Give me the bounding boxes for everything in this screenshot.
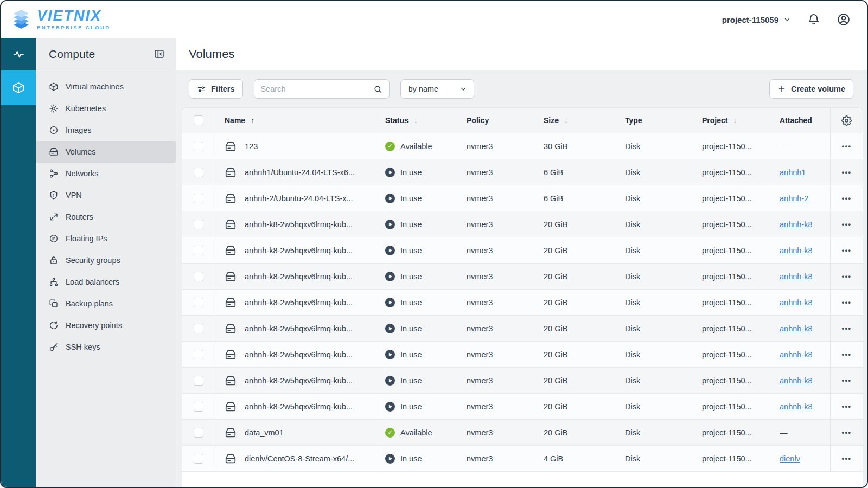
column-header-policy[interactable]: Policy bbox=[467, 108, 544, 133]
column-header-size[interactable]: Size↓ bbox=[544, 108, 625, 133]
row-actions-button[interactable]: ••• bbox=[830, 342, 863, 367]
row-actions-button[interactable]: ••• bbox=[830, 159, 863, 185]
column-header-status[interactable]: Status↓ bbox=[385, 108, 467, 133]
attached-link[interactable]: anhnh-k8 bbox=[780, 376, 812, 385]
sidebar-item-virtual-machines[interactable]: Virtual machines bbox=[36, 76, 176, 98]
sidebar-item-security-groups[interactable]: Security groups bbox=[36, 249, 176, 271]
filters-button[interactable]: Filters bbox=[189, 79, 243, 99]
attached-link[interactable]: anhnh-k8 bbox=[780, 246, 812, 255]
row-actions-button[interactable]: ••• bbox=[830, 264, 863, 289]
app-window: VIETNIX ENTERPRISE CLOUD project-115059 bbox=[0, 0, 868, 488]
sidebar-item-recovery-points[interactable]: Recovery points bbox=[36, 314, 176, 336]
svg-text:IP: IP bbox=[52, 237, 55, 240]
create-volume-button[interactable]: Create volume bbox=[769, 79, 853, 99]
volume-name[interactable]: anhnh-k8-2w5hqxv6lrmq-kub... bbox=[245, 324, 353, 333]
volume-name[interactable]: anhnh-k8-2w5hqxv6lrmq-kub... bbox=[245, 350, 353, 359]
row-actions-button[interactable]: ••• bbox=[830, 185, 863, 211]
attached-link[interactable]: anhnh-k8 bbox=[780, 220, 812, 229]
row-checkbox[interactable] bbox=[194, 168, 203, 177]
lock-icon bbox=[49, 255, 59, 265]
volume-name[interactable]: dienlv/CentOS-8-Stream-x64/... bbox=[245, 454, 354, 463]
row-checkbox[interactable] bbox=[194, 402, 203, 412]
sidebar-item-volumes[interactable]: Volumes bbox=[36, 141, 176, 163]
row-actions-button[interactable]: ••• bbox=[830, 211, 863, 237]
attached-link[interactable]: anhnh-k8 bbox=[780, 350, 812, 359]
collapse-sidebar-icon[interactable] bbox=[154, 48, 165, 60]
column-header-project[interactable]: Project↓ bbox=[702, 108, 780, 133]
row-checkbox[interactable] bbox=[194, 142, 203, 151]
row-checkbox[interactable] bbox=[194, 298, 203, 307]
volume-name[interactable]: anhnh-k8-2w5hqxv6lrmq-kub... bbox=[245, 246, 353, 255]
volume-name[interactable]: anhnh-2/Ubuntu-24.04-LTS-x... bbox=[245, 194, 353, 203]
user-account-icon[interactable] bbox=[837, 12, 851, 27]
column-header-attached[interactable]: Attached bbox=[780, 108, 830, 133]
volume-name[interactable]: data_vm01 bbox=[245, 428, 284, 437]
project-value: project-1150... bbox=[702, 394, 780, 419]
volume-name[interactable]: anhnh-k8-2w5hqxv6lrmq-kub... bbox=[245, 402, 353, 411]
row-checkbox[interactable] bbox=[194, 324, 203, 333]
sidebar-item-label: Routers bbox=[66, 213, 93, 221]
rail-item-monitoring[interactable] bbox=[1, 38, 36, 70]
table-settings-button[interactable] bbox=[830, 108, 863, 133]
sidebar-item-label: Images bbox=[66, 126, 92, 134]
activity-pulse-icon bbox=[12, 48, 24, 60]
row-checkbox[interactable] bbox=[194, 272, 203, 281]
select-all-checkbox[interactable] bbox=[194, 115, 203, 125]
volume-name[interactable]: anhnh-k8-2w5hqxv6lrmq-kub... bbox=[245, 376, 353, 385]
search-box bbox=[254, 79, 390, 99]
sidebar-item-images[interactable]: Images bbox=[36, 119, 176, 141]
volume-name[interactable]: 123 bbox=[245, 142, 258, 151]
row-actions-button[interactable]: ••• bbox=[830, 237, 863, 263]
layers-logo-icon bbox=[9, 8, 34, 31]
column-header-type[interactable]: Type bbox=[625, 108, 702, 133]
row-actions-button[interactable]: ••• bbox=[830, 290, 863, 315]
attached-link[interactable]: anhnh-k8 bbox=[780, 298, 812, 307]
row-checkbox[interactable] bbox=[194, 428, 203, 438]
row-checkbox[interactable] bbox=[194, 454, 203, 464]
row-actions-button[interactable]: ••• bbox=[830, 368, 863, 393]
notifications-bell-icon[interactable] bbox=[807, 13, 820, 26]
column-label: Size bbox=[544, 116, 559, 125]
row-checkbox[interactable] bbox=[194, 350, 203, 359]
sidebar-item-networks[interactable]: Networks bbox=[36, 163, 176, 184]
row-checkbox[interactable] bbox=[194, 220, 203, 229]
sidebar: Compute Virtual machinesKubernetesImages… bbox=[36, 38, 176, 487]
rail-item-compute[interactable] bbox=[1, 70, 36, 105]
column-header-name[interactable]: Name↑ bbox=[215, 108, 385, 133]
row-actions-button[interactable]: ••• bbox=[830, 316, 863, 341]
attached-link[interactable]: anhnh-k8 bbox=[780, 324, 812, 333]
status-label: In use bbox=[400, 168, 422, 177]
sidebar-item-ssh-keys[interactable]: SSH keys bbox=[36, 336, 176, 358]
brand-tagline: ENTERPRISE CLOUD bbox=[37, 25, 111, 30]
attached-link[interactable]: anhnh-2 bbox=[780, 194, 808, 203]
volume-name[interactable]: anhnh-k8-2w5hqxv6lrmq-kub... bbox=[245, 220, 353, 229]
volume-name[interactable]: anhnh-k8-2w5hqxv6lrmq-kub... bbox=[245, 298, 353, 307]
sidebar-item-routers[interactable]: Routers bbox=[36, 206, 176, 228]
row-actions-button[interactable]: ••• bbox=[830, 394, 863, 419]
sidebar-item-kubernetes[interactable]: Kubernetes bbox=[36, 98, 176, 119]
status-label: In use bbox=[400, 402, 422, 411]
search-input[interactable] bbox=[261, 85, 369, 93]
attached-link[interactable]: anhnh-k8 bbox=[780, 272, 812, 281]
row-checkbox[interactable] bbox=[194, 194, 203, 203]
attached-link[interactable]: anhnh1 bbox=[780, 168, 806, 177]
project-value: project-1150... bbox=[702, 368, 780, 393]
project-selector[interactable]: project-115059 bbox=[722, 15, 791, 24]
row-checkbox[interactable] bbox=[194, 376, 203, 386]
row-checkbox[interactable] bbox=[194, 246, 203, 255]
volume-drive-icon bbox=[225, 349, 237, 361]
row-actions-button[interactable]: ••• bbox=[830, 133, 863, 159]
sidebar-item-load-balancers[interactable]: Load balancers bbox=[36, 271, 176, 293]
attached-link[interactable]: anhnh-k8 bbox=[780, 402, 812, 411]
sidebar-item-vpn[interactable]: VPN bbox=[36, 184, 176, 206]
row-actions-button[interactable]: ••• bbox=[830, 446, 863, 471]
attached-cell: — bbox=[780, 133, 830, 159]
volume-name[interactable]: anhnh-k8-2w5hqxv6lrmq-kub... bbox=[245, 272, 353, 281]
sidebar-item-floating-ips[interactable]: IPFloating IPs bbox=[36, 228, 176, 249]
search-field-select[interactable]: by name bbox=[400, 79, 474, 99]
row-actions-button[interactable]: ••• bbox=[830, 420, 863, 445]
status-label: In use bbox=[400, 376, 422, 385]
volume-name[interactable]: anhnh1/Ubuntu-24.04-LTS-x6... bbox=[245, 168, 355, 177]
attached-link[interactable]: dienlv bbox=[780, 454, 800, 463]
sidebar-item-backup-plans[interactable]: Backup plans bbox=[36, 293, 176, 314]
